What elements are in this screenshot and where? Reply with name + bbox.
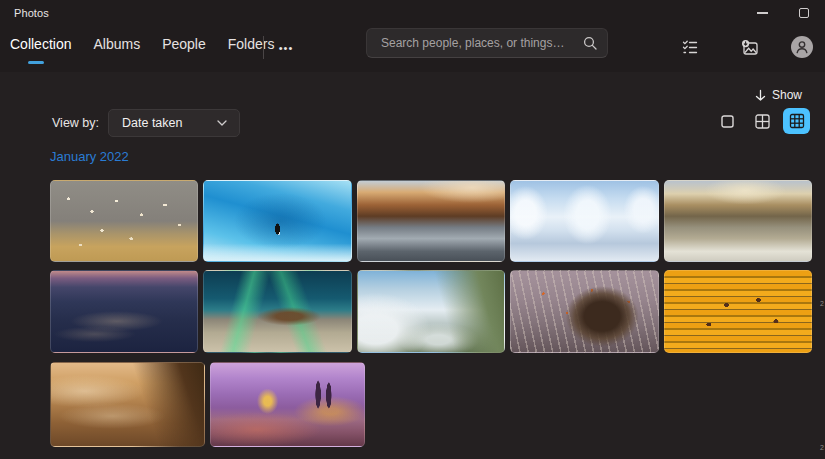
chevron-down-icon [217,120,227,126]
maximize-button[interactable] [784,0,824,26]
more-tabs-button[interactable]: ••• [272,36,300,59]
minimize-button[interactable] [742,0,782,26]
photo-row [50,362,812,447]
tab-folders[interactable]: Folders [228,36,275,52]
active-tab-indicator [28,61,44,64]
tab-albums[interactable]: Albums [93,36,140,52]
minimize-icon [757,12,768,14]
multiselect-button[interactable] [674,31,706,63]
photo-porcupine-in-branches[interactable] [510,270,658,353]
top-navigation: Collection Albums People Folders [10,36,274,52]
nav-divider [263,36,264,59]
account-button[interactable] [786,31,818,63]
search-icon[interactable] [583,36,597,50]
photo-row [50,270,812,353]
photo-purple-winter-city[interactable] [210,362,365,447]
view-by-selected-value: Date taken [122,116,182,130]
view-large-button[interactable] [714,108,741,134]
show-arrow-icon [755,89,766,102]
photo-frosty-river-trees[interactable] [510,180,658,262]
small-view-icon [789,113,805,129]
photo-row [50,180,812,262]
photo-misty-karst-peak[interactable] [357,270,505,353]
view-by-label: View by: [52,116,99,130]
photo-aurora-shipwreck[interactable] [203,270,351,353]
multiselect-icon [681,38,699,56]
photo-desert-fortress-storm[interactable] [50,362,205,447]
avatar [791,36,813,58]
person-icon [795,40,809,54]
import-icon [740,38,759,57]
maximize-icon [799,8,809,18]
section-header-january-2022[interactable]: January 2022 [50,149,129,164]
photo-glacier-valley-sunset[interactable] [357,180,505,262]
photo-winding-mountain-road[interactable] [50,270,198,353]
search-input[interactable] [381,36,577,50]
photo-winter-lake-village[interactable] [664,180,812,262]
scrollbar-year-hint: 2 [820,300,824,307]
show-button[interactable]: Show [755,86,802,104]
photo-birds-on-shore[interactable] [50,180,198,262]
view-small-button[interactable] [783,108,810,134]
tab-collection[interactable]: Collection [10,36,71,52]
scrollbar-year-hint: 2 [820,444,824,451]
medium-view-icon [755,114,770,129]
photo-grid [50,180,812,455]
photo-penguin-ice-cave[interactable] [203,180,351,262]
photo-golden-rice-terraces[interactable] [664,270,812,353]
search-box[interactable] [366,28,608,58]
view-by-dropdown[interactable]: Date taken [108,109,240,137]
tab-people[interactable]: People [162,36,206,52]
large-view-icon [721,115,734,128]
app-title: Photos [14,7,49,19]
view-medium-button[interactable] [749,108,776,134]
import-button[interactable] [733,31,765,63]
show-label: Show [772,88,802,102]
